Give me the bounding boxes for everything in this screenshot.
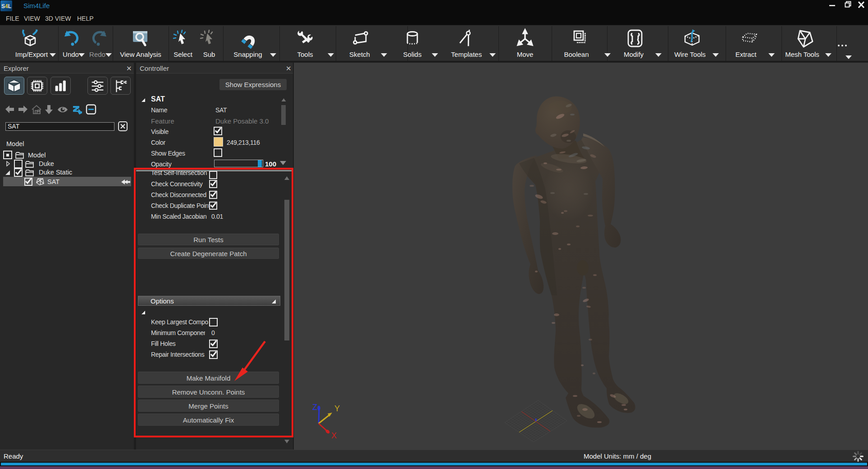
svg-text:Z: Z — [312, 403, 317, 412]
svg-text:Y: Y — [334, 404, 340, 413]
svg-text:X: X — [331, 431, 337, 440]
